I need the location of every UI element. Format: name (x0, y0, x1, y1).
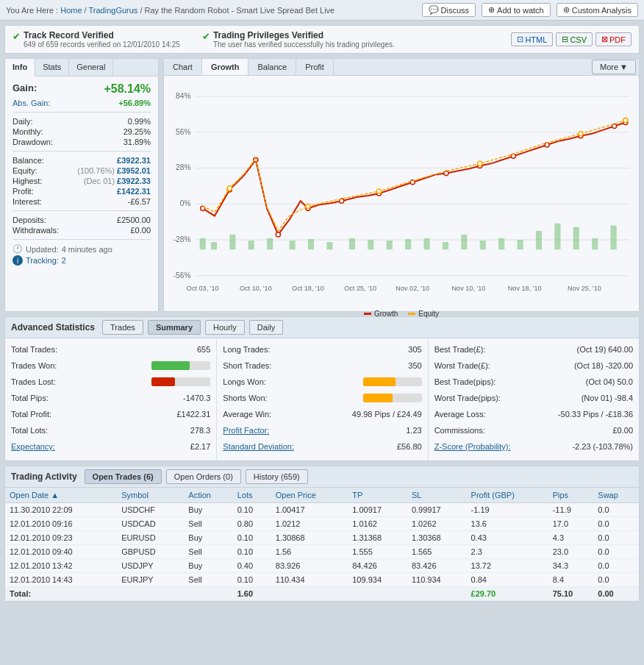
tab-trades[interactable]: Trades (102, 320, 143, 335)
svg-text:Nov 02, '10: Nov 02, '10 (396, 285, 429, 292)
breadcrumb-home[interactable]: Home (60, 6, 82, 15)
info-panel: Info Stats General Gain: +58.14% Abs. Ga… (4, 58, 159, 312)
tab-stats[interactable]: Stats (35, 59, 69, 76)
svg-rect-12 (200, 238, 206, 249)
tab-summary[interactable]: Summary (148, 320, 201, 335)
svg-point-52 (376, 189, 381, 193)
export-pdf-button[interactable]: ⊠ PDF (595, 32, 632, 46)
trading-privileges-verified: ✔ Trading Privileges Verified The user h… (202, 30, 395, 49)
svg-text:-28%: -28% (173, 235, 191, 243)
svg-point-50 (227, 186, 232, 191)
tab-history[interactable]: History (659) (246, 469, 308, 484)
worst-trade-pips-row: Worst Trade(pips): (Nov 01) -98.4 (434, 391, 633, 405)
col-tp: TP (348, 488, 407, 503)
trades-lost-row: Trades Lost: (11, 375, 210, 388)
equity-label: Equity: (12, 166, 37, 175)
svg-text:Oct 03, '10: Oct 03, '10 (187, 285, 219, 292)
svg-rect-22 (387, 241, 393, 249)
gain-label: Gain: (12, 82, 37, 96)
abs-gain-label: Abs. Gain: (12, 99, 50, 107)
svg-rect-20 (349, 238, 355, 249)
tab-open-orders[interactable]: Open Orders (0) (166, 469, 241, 484)
chart-icon: ⊛ (563, 5, 570, 15)
export-buttons: ⊡ HTML ⊟ CSV ⊠ PDF (511, 32, 632, 46)
add-to-watch-button[interactable]: ⊕ Add to watch (482, 3, 551, 17)
svg-rect-23 (405, 239, 411, 249)
export-csv-button[interactable]: ⊟ CSV (556, 32, 593, 46)
longs-won-row: Longs Won: (223, 375, 421, 388)
track-record-verified: ✔ Track Record Verified 649 of 659 recor… (12, 30, 180, 49)
best-trade-gbp-row: Best Trade(£): (Oct 19) 640.00 (434, 343, 633, 356)
tab-hourly[interactable]: Hourly (205, 320, 245, 335)
drawdown-label: Drawdown: (12, 138, 53, 146)
svg-point-45 (511, 154, 515, 158)
daily-label: Daily: (12, 117, 33, 126)
tracking-label: Tracking: (26, 256, 59, 265)
growth-line-indicator (364, 313, 371, 315)
trades-lost-bar (151, 377, 210, 386)
tab-profit[interactable]: Profit (296, 59, 334, 75)
deposits-label: Deposits: (12, 216, 46, 224)
total-pips-row: Total Pips: -1470.3 (11, 391, 210, 405)
col-swap: Swap (593, 488, 639, 503)
tab-growth[interactable]: Growth (202, 59, 249, 75)
privileges-title: Trading Privileges Verified (213, 30, 395, 40)
tab-open-trades[interactable]: Open Trades (6) (85, 469, 162, 484)
updated-label: Updated: (26, 245, 59, 254)
chevron-down-icon: ▼ (620, 63, 628, 71)
daily-row: Daily: 0.99% (12, 117, 151, 126)
table-row: 12.01.2010 09:40 GBPUSD Sell 0.10 1.56 1… (5, 545, 639, 559)
tab-chart[interactable]: Chart (164, 59, 202, 75)
tab-balance[interactable]: Balance (248, 59, 296, 75)
svg-rect-16 (267, 238, 273, 249)
withdrawals-value: £0.00 (130, 226, 151, 235)
tab-info[interactable]: Info (5, 59, 35, 77)
info-icon: i (12, 255, 23, 266)
col-symbol: Symbol (117, 488, 184, 503)
svg-point-38 (276, 232, 280, 237)
more-button[interactable]: More ▼ (592, 60, 636, 74)
main-content: ✔ Track Record Verified 649 of 659 recor… (0, 21, 644, 606)
custom-analysis-button[interactable]: ⊛ Custom Analysis (557, 3, 638, 17)
discuss-button[interactable]: 💬 Discuss (422, 3, 476, 17)
total-trades-row: Total Trades: 655 (11, 343, 210, 356)
svg-point-53 (478, 161, 482, 166)
pdf-icon: ⊠ (601, 35, 608, 44)
col-action: Action (184, 488, 232, 503)
trades-won-bar (151, 361, 210, 370)
col-open-price: Open Price (271, 488, 348, 503)
abs-gain-value: +56.89% (118, 99, 151, 107)
svg-rect-28 (498, 238, 504, 249)
chart-legend: Growth Equity (170, 307, 633, 321)
col-open-date[interactable]: Open Date ▲ (5, 488, 117, 503)
svg-rect-32 (573, 227, 579, 249)
commissions-row: Commissions: £0.00 (434, 424, 633, 437)
equity-row: Equity: (100.76%) £3952.01 (12, 166, 151, 175)
monthly-row: Monthly: 29.25% (12, 127, 151, 136)
export-html-button[interactable]: ⊡ HTML (511, 32, 553, 46)
tracking-value: 2 (62, 256, 66, 265)
balance-row: Balance: £3922.31 (12, 156, 151, 165)
tab-daily[interactable]: Daily (249, 320, 283, 335)
svg-text:Nov 18, '10: Nov 18, '10 (508, 285, 542, 292)
updated-value: 4 minutes ago (62, 245, 112, 254)
abs-gain-row: Abs. Gain: +56.89% (12, 99, 151, 107)
svg-text:Oct 10, '10: Oct 10, '10 (240, 285, 272, 292)
col-lots: Lots (233, 488, 271, 503)
breadcrumb-bar: You Are Here : Home / TradingGurus / Ray… (0, 0, 644, 21)
zscore-row: Z-Score (Probability): -2.23 (-103.78%) (434, 440, 633, 453)
col-pips: Pips (548, 488, 594, 503)
adv-stats-title: Advanced Statistics (11, 322, 95, 332)
highest-row: Highest: (Dec 01) £3922.33 (12, 177, 151, 185)
growth-chart: 84% 56% 28% 0% -28% -56% (170, 82, 633, 305)
profit-row: Profit: £1422.31 (12, 187, 151, 196)
equity-line-indicator (408, 313, 415, 315)
balance-value: £3922.31 (117, 156, 151, 165)
check-icon-privileges: ✔ (202, 31, 210, 42)
table-row: 12.01.2010 09:16 USDCAD Sell 0.80 1.0212… (5, 517, 639, 531)
tab-general[interactable]: General (69, 59, 113, 76)
advanced-statistics: Advanced Statistics Trades Summary Hourl… (4, 316, 640, 461)
avg-loss-row: Average Loss: -50.33 Pips / -£18.36 (434, 408, 633, 421)
breadcrumb-trading-gurus[interactable]: TradingGurus (89, 6, 138, 15)
svg-rect-15 (248, 241, 254, 249)
